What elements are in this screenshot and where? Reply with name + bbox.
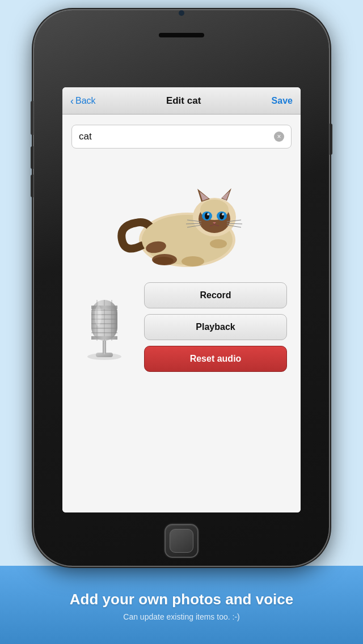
svg-point-19 (222, 213, 224, 215)
svg-point-5 (182, 256, 204, 266)
volume-buttons (31, 146, 33, 197)
reset-audio-button[interactable]: Reset audio (144, 346, 287, 372)
audio-controls-row: Record Playback Reset audio (71, 282, 292, 372)
back-label: Back (75, 96, 96, 106)
earpiece (159, 33, 204, 37)
action-buttons: Record Playback Reset audio (144, 282, 287, 372)
playback-button[interactable]: Playback (144, 314, 287, 340)
promo-area: Add your own photos and voice Can update… (0, 566, 363, 644)
vol-down-button (31, 175, 33, 197)
content-area: cat × (62, 115, 301, 512)
clear-icon: × (277, 133, 281, 141)
home-button-area (34, 518, 329, 564)
page-title: Edit cat (166, 95, 201, 107)
svg-rect-28 (103, 338, 106, 354)
screen: ‹ Back Edit cat Save cat × (62, 87, 301, 512)
chevron-left-icon: ‹ (70, 96, 74, 106)
home-button-inner (170, 529, 193, 553)
cat-image-container (71, 158, 292, 271)
front-camera (179, 10, 184, 16)
back-button[interactable]: ‹ Back (70, 96, 96, 106)
phone-shell: ‹ Back Edit cat Save cat × (34, 10, 329, 566)
svg-point-6 (153, 257, 174, 265)
microphone-icon (76, 290, 133, 364)
word-input-row[interactable]: cat × (71, 125, 292, 149)
cat-image (113, 158, 250, 271)
clear-input-button[interactable]: × (274, 132, 284, 142)
promo-title: Add your own photos and voice (70, 591, 293, 608)
power-button (330, 124, 332, 155)
word-input-value: cat (79, 131, 92, 142)
svg-rect-39 (91, 306, 117, 309)
save-button[interactable]: Save (272, 96, 293, 106)
svg-point-41 (95, 306, 102, 326)
vol-up-button (31, 146, 33, 169)
svg-rect-40 (91, 336, 117, 340)
home-button[interactable] (164, 524, 199, 558)
svg-point-3 (210, 239, 227, 248)
svg-point-18 (207, 213, 209, 215)
record-button[interactable]: Record (144, 282, 287, 308)
nav-bar: ‹ Back Edit cat Save (62, 87, 301, 115)
promo-subtitle: Can update existing items too. :-) (123, 612, 239, 621)
